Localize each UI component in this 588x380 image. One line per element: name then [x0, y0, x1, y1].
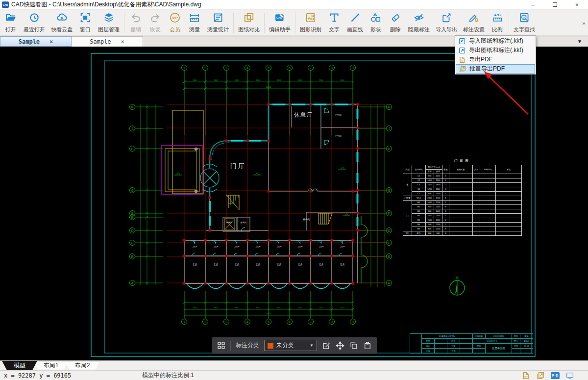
drawing-canvas[interactable]: 1122334455667788993300330033003300330033… [0, 47, 588, 360]
svg-text:3300: 3300 [277, 307, 281, 309]
draw-line-button[interactable]: 画直线 [344, 11, 366, 35]
pdf-to-dwg-icon[interactable]: P-D [551, 372, 560, 379]
redo-button[interactable]: 恢复 [146, 11, 165, 35]
tab-close-icon[interactable]: × [121, 38, 124, 45]
drawing-compare-button[interactable]: 图纸对比 [235, 11, 263, 35]
import-export-button[interactable]: 导入导出 [433, 11, 460, 35]
maximize-button[interactable] [544, 0, 566, 9]
svg-text:3300: 3300 [341, 79, 344, 81]
svg-text:3300: 3300 [319, 307, 323, 309]
measure-stats-button[interactable]: 测量统计 [204, 11, 232, 35]
text-tool-button[interactable]: 文字 [324, 11, 344, 35]
schedule-row: C2180018002 [403, 178, 522, 183]
tabstrip-caret-icon[interactable]: ▼ [577, 39, 588, 44]
svg-text:3: 3 [225, 320, 227, 324]
menu-item-export-pdf[interactable]: PDF 导出PDF [456, 55, 535, 64]
undo-icon [130, 12, 141, 23]
stairs-hatch [318, 213, 332, 224]
svg-text:6: 6 [289, 66, 291, 70]
svg-text:J: J [388, 127, 390, 130]
import-kkf-icon [459, 38, 466, 45]
edit-annotation-icon[interactable] [322, 341, 331, 351]
minimize-button[interactable]: – [522, 0, 544, 9]
tab-close-icon[interactable]: × [49, 38, 53, 45]
classify-value: 未分类 [276, 341, 307, 350]
classify-label: 标注分类 [236, 341, 259, 350]
menu-item-batch-export-pdf[interactable]: 批量导出PDF [456, 64, 535, 74]
svg-text:C: C [131, 241, 134, 245]
layer-manager-button[interactable]: 图层管理 [95, 11, 122, 35]
svg-text:7: 7 [310, 66, 312, 70]
svg-text:3: 3 [225, 66, 227, 70]
move-icon[interactable] [336, 341, 344, 351]
delete-button[interactable]: 删除 [386, 11, 405, 35]
hide-annotations-button[interactable]: 隐藏标注 [405, 11, 433, 35]
door-window-schedule: 门窗表 类别设计编号洞口尺寸(mm)数量图集名称页次选用型号备注宽度高度窗C19… [403, 158, 522, 236]
cloud-drive-button[interactable]: 快看云盘 [48, 11, 75, 35]
copy-icon[interactable] [349, 341, 358, 351]
layers-icon [103, 12, 114, 23]
svg-text:3300: 3300 [256, 307, 260, 309]
schedule-row: M290024008 [403, 205, 522, 209]
bathroom-label: 卫生间 [297, 245, 303, 248]
schedule-row: 门M1100027001 [403, 201, 522, 205]
sheet-tab-model[interactable]: 模型 [2, 361, 37, 370]
close-button[interactable]: × [566, 0, 588, 9]
svg-text:A: A [523, 16, 525, 19]
edit-assistant-button[interactable]: CAD 编辑助手 [266, 11, 294, 35]
minimize-icon: – [531, 1, 535, 8]
find-text-button[interactable]: A 文字查找 [511, 11, 538, 35]
svg-text:3300: 3300 [256, 79, 260, 81]
compare-icon [244, 12, 254, 23]
scale-button[interactable]: A:B 比例 [488, 11, 507, 35]
doc-tab-sample-1[interactable]: Sample × [0, 36, 72, 47]
toolbar-overflow-button[interactable]: » [580, 11, 587, 35]
toolbar-separator [295, 13, 295, 33]
export-pdf-status-icon[interactable]: PDF [521, 372, 530, 380]
batch-pdf-status-icon[interactable] [536, 372, 545, 380]
pencil-gear-icon [468, 12, 479, 23]
vip-member-button[interactable]: VIP 会员 [165, 11, 185, 35]
hidden-eye-icon [414, 12, 424, 23]
recent-open-button[interactable]: 最近打开 [21, 11, 48, 35]
svg-text:9: 9 [352, 320, 354, 324]
undo-button[interactable]: 撤销 [126, 11, 146, 35]
eraser-icon [390, 12, 401, 23]
import-export-menu: 导入图纸和标注(.kkf) 导出图纸和标注(.kkf) PDF 导出PDF 批量… [455, 35, 536, 75]
paste-icon[interactable] [363, 341, 372, 351]
svg-text:3300: 3300 [319, 79, 323, 81]
svg-text:卫生间: 卫生间 [334, 113, 342, 117]
measure-stats-icon [213, 12, 223, 23]
measure-button[interactable]: 测量 [185, 11, 204, 35]
sheet-tab-layout1[interactable]: 布局1 [33, 361, 69, 370]
entrance-canopy [162, 110, 203, 195]
text-icon [329, 12, 340, 23]
redo-icon [150, 12, 161, 23]
open-folder-icon [5, 12, 16, 23]
display-icon[interactable] [565, 372, 574, 380]
chevron-down-icon: ▼ [310, 343, 314, 348]
window-button[interactable]: 窗口 [75, 11, 95, 35]
annotation-settings-button[interactable]: 标注设置 [460, 11, 488, 35]
menu-item-import-kkf[interactable]: 导入图纸和标注(.kkf) [456, 36, 535, 46]
svg-text:2: 2 [204, 66, 206, 70]
guest-room-label: 客房 [319, 263, 324, 266]
svg-text:PDF: PDF [461, 60, 464, 62]
shape-tool-button[interactable]: 形状 [366, 11, 386, 35]
grid-apps-icon[interactable] [217, 341, 225, 351]
toolbar-separator [124, 13, 124, 33]
menu-item-export-kkf[interactable]: 导出图纸和标注(.kkf) [456, 46, 535, 55]
svg-text:26400: 26400 [266, 313, 271, 315]
svg-text:E: E [131, 216, 134, 219]
export-kkf-icon [459, 47, 466, 54]
svg-text:3300: 3300 [193, 79, 197, 81]
sheet-tab-layout2[interactable]: 布局2 [65, 361, 100, 370]
open-button[interactable]: 打开 [1, 11, 21, 35]
classify-dropdown[interactable]: 未分类 ▼ [264, 340, 317, 351]
bathroom-label: 卫生间 [255, 245, 261, 248]
doc-tab-sample-2[interactable]: Sample × [72, 36, 143, 47]
schedule-row: C4120018006 [403, 187, 522, 192]
shape-recognition-button[interactable]: A 图形识别 [297, 11, 324, 35]
scale-icon: A:B [492, 12, 503, 23]
svg-text:9: 9 [352, 66, 354, 70]
